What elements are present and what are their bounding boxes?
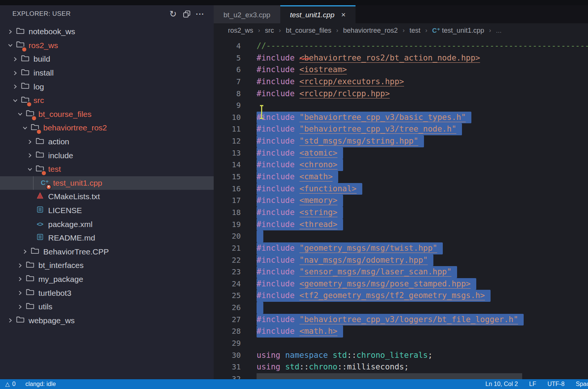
tree-item-bt_interfaces[interactable]: bt_interfaces bbox=[0, 259, 214, 272]
code-line-21[interactable]: 21#include "geometry_msgs/msg/twist.hpp" bbox=[214, 242, 588, 254]
breadcrumb-item-test[interactable]: test bbox=[410, 27, 421, 35]
chevron-right-icon[interactable] bbox=[25, 152, 35, 159]
code-line-14[interactable]: 14#include <chrono> bbox=[214, 159, 588, 171]
refresh-explorer-button[interactable]: ↻ bbox=[166, 8, 180, 20]
code-line-29[interactable]: 29 bbox=[214, 338, 588, 350]
chevron-down-icon[interactable] bbox=[10, 97, 20, 104]
code-line-11[interactable]: 11#include "behaviortree_cpp_v3/tree_nod… bbox=[214, 123, 588, 135]
status-bar: △0clangd: idle Ln 10, Col 2LFUTF-8Spac bbox=[0, 379, 588, 389]
code-line-13[interactable]: 13#include <atomic> bbox=[214, 147, 588, 159]
breadcrumb-item-...[interactable]: ... bbox=[496, 27, 501, 35]
code-line-7[interactable]: 7#include <rclcpp/executors.hpp> bbox=[214, 76, 588, 88]
code-line-30[interactable]: 30using namespace std::chrono_literals; bbox=[214, 350, 588, 362]
code-line-6[interactable]: 6#include <iostream> bbox=[214, 64, 588, 76]
vscode-window: EXPLORER: USER ↻ ··· notebook_wsros2_wsb… bbox=[0, 0, 588, 389]
code-line-24[interactable]: 24#include <geometry_msgs/msg/pose_stamp… bbox=[214, 278, 588, 290]
tree-item-notebook_ws[interactable]: notebook_ws bbox=[0, 25, 214, 39]
breadcrumb-item-ros2_ws[interactable]: ros2_ws bbox=[228, 27, 253, 35]
chevron-right-icon[interactable] bbox=[25, 139, 35, 145]
tree-item-LICENSE[interactable]: LICENSE bbox=[0, 204, 214, 218]
code-token: "sensor_msgs/msg/laser_scan.hpp" bbox=[299, 267, 452, 277]
chevron-right-icon[interactable] bbox=[20, 248, 30, 255]
tree-item-install[interactable]: install bbox=[0, 66, 214, 80]
eol-indicator[interactable]: LF bbox=[529, 381, 536, 387]
line-content: #include <rclcpp/rclcpp.hpp> bbox=[257, 88, 390, 100]
code-token bbox=[280, 362, 285, 371]
breadcrumb-item-behaviortree_ros2[interactable]: behaviortree_ros2 bbox=[343, 27, 398, 35]
chevron-down-icon[interactable] bbox=[20, 125, 30, 131]
tree-item-webpage_ws[interactable]: webpage_ws bbox=[0, 313, 214, 327]
code-line-9[interactable]: 9 bbox=[214, 100, 588, 112]
chevron-right-icon[interactable] bbox=[15, 262, 25, 269]
code-line-17[interactable]: 17#include <memory> bbox=[214, 195, 588, 207]
code-line-12[interactable]: 12#include "std_msgs/msg/string.hpp" bbox=[214, 135, 588, 147]
tree-item-src[interactable]: src bbox=[0, 94, 214, 107]
code-editor[interactable]: 4//-------------------------------------… bbox=[214, 38, 588, 379]
problems-indicator[interactable]: △0 bbox=[5, 381, 15, 387]
code-line-28[interactable]: 28#include <math.h> bbox=[214, 325, 588, 338]
clangd-status[interactable]: clangd: idle bbox=[25, 381, 56, 387]
tree-item-CMakeLists.txt[interactable]: CMakeLists.txt bbox=[0, 190, 214, 204]
more-actions-button[interactable]: ··· bbox=[193, 8, 207, 20]
code-line-15[interactable]: 15#include <cmath> bbox=[214, 171, 588, 183]
tree-item-bt_course_files[interactable]: bt_course_files bbox=[0, 107, 214, 121]
close-icon[interactable]: × bbox=[341, 11, 346, 19]
code-line-4[interactable]: 4//-------------------------------------… bbox=[214, 40, 588, 52]
code-token bbox=[295, 256, 299, 265]
code-line-16[interactable]: 16#include <functional> bbox=[214, 183, 588, 195]
code-line-20[interactable]: 20 bbox=[214, 230, 588, 242]
code-line-22[interactable]: 22#include "nav_msgs/msg/odometry.hpp" bbox=[214, 254, 588, 266]
chevron-right-icon[interactable] bbox=[10, 56, 20, 62]
code-line-19[interactable]: 19#include <thread> bbox=[214, 219, 588, 231]
line-content: #include <thread> bbox=[257, 219, 343, 231]
tree-item-action[interactable]: action bbox=[0, 135, 214, 149]
tree-item-build[interactable]: build bbox=[0, 52, 214, 66]
tree-item-log[interactable]: log bbox=[0, 80, 214, 94]
chevron-down-icon[interactable] bbox=[25, 166, 35, 173]
tree-item-package.xml[interactable]: <>package.xml bbox=[0, 217, 214, 231]
chevron-right-icon[interactable] bbox=[10, 83, 20, 90]
cursor-position[interactable]: Ln 10, Col 2 bbox=[485, 381, 518, 387]
tree-item-README.md[interactable]: README.md bbox=[0, 231, 214, 245]
tab-test_unit1.cpp[interactable]: test_unit1.cpp× bbox=[280, 5, 356, 23]
code-line-23[interactable]: 23#include "sensor_msgs/msg/laser_scan.h… bbox=[214, 266, 588, 278]
selection-highlight bbox=[257, 302, 263, 314]
chevron-down-icon[interactable] bbox=[15, 111, 25, 117]
code-token: #include bbox=[257, 220, 295, 229]
tree-item-label: my_package bbox=[38, 275, 83, 284]
code-line-5[interactable]: 5#include <behaviortree_ros2/bt_action_n… bbox=[214, 52, 588, 64]
tree-item-BehaviorTree.CPP[interactable]: BehaviorTree.CPP bbox=[0, 245, 214, 259]
chevron-right-icon[interactable] bbox=[15, 276, 25, 282]
chevron-down-icon[interactable] bbox=[5, 42, 15, 48]
tree-item-include[interactable]: include bbox=[0, 148, 214, 162]
code-line-32[interactable]: 32using std::placeholders::_1; bbox=[214, 373, 588, 379]
code-line-26[interactable]: 26 bbox=[214, 302, 588, 314]
tree-item-ros2_ws[interactable]: ros2_ws bbox=[0, 39, 214, 53]
tree-item-test_unit1.cpp[interactable]: C⁺×test_unit1.cpp bbox=[0, 176, 214, 190]
tree-item-utils[interactable]: utils bbox=[0, 300, 214, 314]
chevron-right-icon[interactable] bbox=[15, 304, 25, 310]
line-number: 10 bbox=[214, 112, 241, 124]
chevron-right-icon[interactable] bbox=[10, 70, 20, 76]
tree-item-turtlebot3[interactable]: turtlebot3 bbox=[0, 286, 214, 300]
tree-item-behaviortree_ros2[interactable]: behaviortree_ros2 bbox=[0, 121, 214, 135]
code-line-31[interactable]: 31using std::chrono::milliseconds; bbox=[214, 361, 588, 373]
breadcrumb-item-test_unit1.cpp[interactable]: C⁺ test_unit1.cpp bbox=[432, 27, 484, 35]
breadcrumb-item-src[interactable]: src bbox=[265, 27, 274, 35]
code-line-18[interactable]: 18#include <string> bbox=[214, 207, 588, 219]
code-line-10[interactable]: 10#include "behaviortree_cpp_v3/basic_ty… bbox=[214, 112, 588, 124]
indentation-indicator[interactable]: Spac bbox=[576, 381, 588, 387]
encoding-indicator[interactable]: UTF-8 bbox=[547, 381, 564, 387]
tree-item-my_package[interactable]: my_package bbox=[0, 272, 214, 286]
chevron-right-icon[interactable] bbox=[5, 29, 15, 35]
code-line-25[interactable]: 25#include <tf2_geometry_msgs/tf2_geomet… bbox=[214, 290, 588, 302]
breadcrumb-item-bt_course_files[interactable]: bt_course_files bbox=[286, 27, 331, 35]
tab-bt_u2_ex3.cpp[interactable]: bt_u2_ex3.cpp bbox=[214, 5, 280, 23]
code-line-8[interactable]: 8#include <rclcpp/rclcpp.hpp> bbox=[214, 88, 588, 100]
code-line-27[interactable]: 27#include "behaviortree_cpp_v3/loggers/… bbox=[214, 314, 588, 326]
collapse-folders-button[interactable] bbox=[180, 8, 193, 20]
code-token: #include bbox=[257, 256, 295, 265]
chevron-right-icon[interactable] bbox=[15, 290, 25, 296]
tree-item-test[interactable]: test bbox=[0, 162, 214, 176]
chevron-right-icon[interactable] bbox=[5, 317, 15, 324]
